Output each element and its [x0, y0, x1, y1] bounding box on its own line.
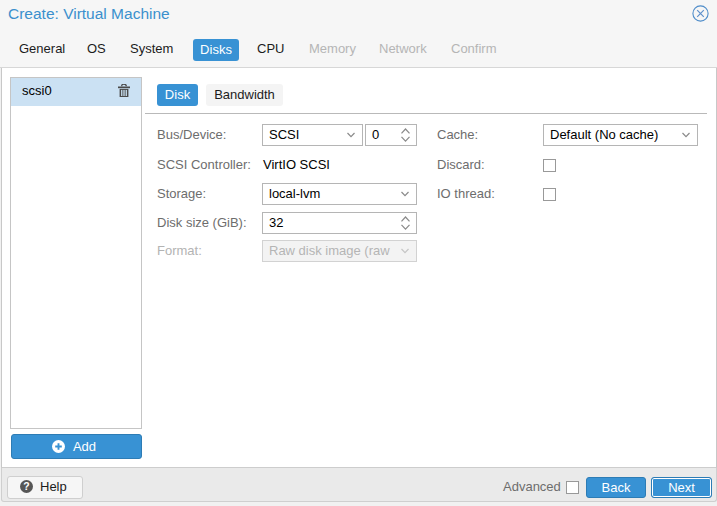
svg-text:?: ?: [23, 480, 29, 492]
